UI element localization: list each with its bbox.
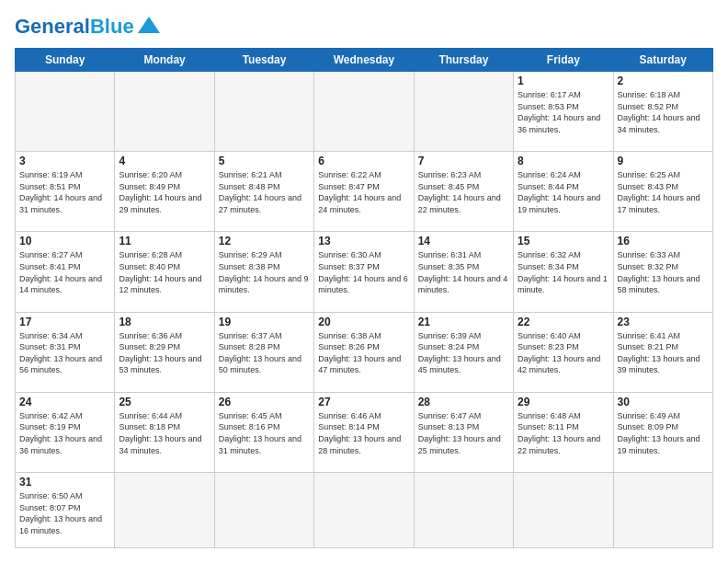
weekday-header-thursday: Thursday xyxy=(414,49,513,72)
day-info: Sunrise: 6:34 AM Sunset: 8:31 PM Dayligh… xyxy=(19,330,110,376)
logo-text: GeneralBlue xyxy=(15,17,134,37)
logo-icon xyxy=(136,13,162,39)
calendar-cell: 26Sunrise: 6:45 AM Sunset: 8:16 PM Dayli… xyxy=(214,392,313,472)
day-info: Sunrise: 6:18 AM Sunset: 8:52 PM Dayligh… xyxy=(618,89,709,135)
day-number: 21 xyxy=(418,316,509,328)
calendar-cell: 30Sunrise: 6:49 AM Sunset: 8:09 PM Dayli… xyxy=(613,392,712,472)
weekday-header-saturday: Saturday xyxy=(613,49,712,72)
calendar-cell: 12Sunrise: 6:29 AM Sunset: 8:38 PM Dayli… xyxy=(214,232,313,312)
day-info: Sunrise: 6:46 AM Sunset: 8:14 PM Dayligh… xyxy=(318,410,409,456)
day-info: Sunrise: 6:37 AM Sunset: 8:28 PM Dayligh… xyxy=(219,330,310,376)
day-info: Sunrise: 6:49 AM Sunset: 8:09 PM Dayligh… xyxy=(618,410,709,456)
calendar-cell xyxy=(414,472,513,547)
day-number: 28 xyxy=(418,396,509,408)
calendar-cell xyxy=(314,72,414,152)
header: GeneralBlue xyxy=(15,15,713,39)
calendar-cell xyxy=(16,72,115,152)
calendar-cell xyxy=(613,472,712,547)
calendar-cell xyxy=(314,472,414,547)
calendar-cell: 6Sunrise: 6:22 AM Sunset: 8:47 PM Daylig… xyxy=(314,152,414,232)
page: GeneralBlue SundayMondayTuesdayWednesday… xyxy=(0,0,728,563)
day-number: 15 xyxy=(518,235,609,247)
calendar-cell: 11Sunrise: 6:28 AM Sunset: 8:40 PM Dayli… xyxy=(115,232,214,312)
calendar-cell: 8Sunrise: 6:24 AM Sunset: 8:44 PM Daylig… xyxy=(514,152,613,232)
day-number: 1 xyxy=(518,75,609,87)
calendar-cell xyxy=(214,72,313,152)
weekday-header-row: SundayMondayTuesdayWednesdayThursdayFrid… xyxy=(16,49,713,72)
day-info: Sunrise: 6:20 AM Sunset: 8:49 PM Dayligh… xyxy=(119,169,210,215)
day-info: Sunrise: 6:23 AM Sunset: 8:45 PM Dayligh… xyxy=(418,169,509,215)
calendar-cell: 28Sunrise: 6:47 AM Sunset: 8:13 PM Dayli… xyxy=(414,392,513,472)
weekday-header-tuesday: Tuesday xyxy=(214,49,313,72)
day-number: 3 xyxy=(19,155,110,167)
calendar-cell: 5Sunrise: 6:21 AM Sunset: 8:48 PM Daylig… xyxy=(214,152,313,232)
day-number: 19 xyxy=(219,316,310,328)
calendar-cell: 2Sunrise: 6:18 AM Sunset: 8:52 PM Daylig… xyxy=(613,72,712,152)
day-info: Sunrise: 6:41 AM Sunset: 8:21 PM Dayligh… xyxy=(618,330,709,376)
calendar-cell: 27Sunrise: 6:46 AM Sunset: 8:14 PM Dayli… xyxy=(314,392,414,472)
day-number: 13 xyxy=(318,235,409,247)
day-info: Sunrise: 6:45 AM Sunset: 8:16 PM Dayligh… xyxy=(219,410,310,456)
calendar-cell: 20Sunrise: 6:38 AM Sunset: 8:26 PM Dayli… xyxy=(314,312,414,392)
calendar-table: SundayMondayTuesdayWednesdayThursdayFrid… xyxy=(15,48,713,548)
day-number: 20 xyxy=(318,316,409,328)
day-info: Sunrise: 6:30 AM Sunset: 8:37 PM Dayligh… xyxy=(318,249,409,295)
day-number: 22 xyxy=(518,316,609,328)
calendar-week-row: 10Sunrise: 6:27 AM Sunset: 8:41 PM Dayli… xyxy=(16,232,713,312)
calendar-cell: 19Sunrise: 6:37 AM Sunset: 8:28 PM Dayli… xyxy=(214,312,313,392)
weekday-header-monday: Monday xyxy=(115,49,214,72)
logo: GeneralBlue xyxy=(15,15,162,39)
logo-blue: Blue xyxy=(90,15,134,38)
calendar-cell xyxy=(115,72,214,152)
calendar-cell xyxy=(414,72,513,152)
day-number: 31 xyxy=(19,476,110,488)
calendar-week-row: 1Sunrise: 6:17 AM Sunset: 8:53 PM Daylig… xyxy=(16,72,713,152)
day-number: 10 xyxy=(19,235,110,247)
day-info: Sunrise: 6:21 AM Sunset: 8:48 PM Dayligh… xyxy=(219,169,310,215)
calendar-cell: 22Sunrise: 6:40 AM Sunset: 8:23 PM Dayli… xyxy=(514,312,613,392)
calendar-cell: 3Sunrise: 6:19 AM Sunset: 8:51 PM Daylig… xyxy=(16,152,115,232)
calendar-cell: 14Sunrise: 6:31 AM Sunset: 8:35 PM Dayli… xyxy=(414,232,513,312)
day-number: 9 xyxy=(618,155,709,167)
calendar-cell: 10Sunrise: 6:27 AM Sunset: 8:41 PM Dayli… xyxy=(16,232,115,312)
day-info: Sunrise: 6:47 AM Sunset: 8:13 PM Dayligh… xyxy=(418,410,509,456)
day-info: Sunrise: 6:39 AM Sunset: 8:24 PM Dayligh… xyxy=(418,330,509,376)
day-number: 26 xyxy=(219,396,310,408)
day-number: 7 xyxy=(418,155,509,167)
day-info: Sunrise: 6:50 AM Sunset: 8:07 PM Dayligh… xyxy=(19,490,110,536)
day-number: 5 xyxy=(219,155,310,167)
calendar-cell: 23Sunrise: 6:41 AM Sunset: 8:21 PM Dayli… xyxy=(613,312,712,392)
day-info: Sunrise: 6:42 AM Sunset: 8:19 PM Dayligh… xyxy=(19,410,110,456)
calendar-cell: 29Sunrise: 6:48 AM Sunset: 8:11 PM Dayli… xyxy=(514,392,613,472)
calendar-cell: 21Sunrise: 6:39 AM Sunset: 8:24 PM Dayli… xyxy=(414,312,513,392)
day-number: 2 xyxy=(618,75,709,87)
calendar-cell: 1Sunrise: 6:17 AM Sunset: 8:53 PM Daylig… xyxy=(514,72,613,152)
day-number: 24 xyxy=(19,396,110,408)
calendar-week-row: 17Sunrise: 6:34 AM Sunset: 8:31 PM Dayli… xyxy=(16,312,713,392)
day-number: 11 xyxy=(119,235,210,247)
calendar-cell: 15Sunrise: 6:32 AM Sunset: 8:34 PM Dayli… xyxy=(514,232,613,312)
weekday-header-sunday: Sunday xyxy=(16,49,115,72)
calendar-cell: 18Sunrise: 6:36 AM Sunset: 8:29 PM Dayli… xyxy=(115,312,214,392)
day-info: Sunrise: 6:38 AM Sunset: 8:26 PM Dayligh… xyxy=(318,330,409,376)
calendar-cell: 25Sunrise: 6:44 AM Sunset: 8:18 PM Dayli… xyxy=(115,392,214,472)
day-number: 17 xyxy=(19,316,110,328)
logo-general: General xyxy=(15,15,90,38)
day-info: Sunrise: 6:22 AM Sunset: 8:47 PM Dayligh… xyxy=(318,169,409,215)
calendar-cell xyxy=(115,472,214,547)
day-info: Sunrise: 6:28 AM Sunset: 8:40 PM Dayligh… xyxy=(119,249,210,295)
calendar-week-row: 3Sunrise: 6:19 AM Sunset: 8:51 PM Daylig… xyxy=(16,152,713,232)
day-info: Sunrise: 6:17 AM Sunset: 8:53 PM Dayligh… xyxy=(518,89,609,135)
day-info: Sunrise: 6:33 AM Sunset: 8:32 PM Dayligh… xyxy=(618,249,709,295)
day-number: 29 xyxy=(518,396,609,408)
day-info: Sunrise: 6:27 AM Sunset: 8:41 PM Dayligh… xyxy=(19,249,110,295)
calendar-week-row: 24Sunrise: 6:42 AM Sunset: 8:19 PM Dayli… xyxy=(16,392,713,472)
calendar-cell: 24Sunrise: 6:42 AM Sunset: 8:19 PM Dayli… xyxy=(16,392,115,472)
day-number: 27 xyxy=(318,396,409,408)
day-info: Sunrise: 6:25 AM Sunset: 8:43 PM Dayligh… xyxy=(618,169,709,215)
day-number: 14 xyxy=(418,235,509,247)
day-info: Sunrise: 6:29 AM Sunset: 8:38 PM Dayligh… xyxy=(219,249,310,295)
day-number: 4 xyxy=(119,155,210,167)
day-number: 12 xyxy=(219,235,310,247)
day-number: 16 xyxy=(618,235,709,247)
